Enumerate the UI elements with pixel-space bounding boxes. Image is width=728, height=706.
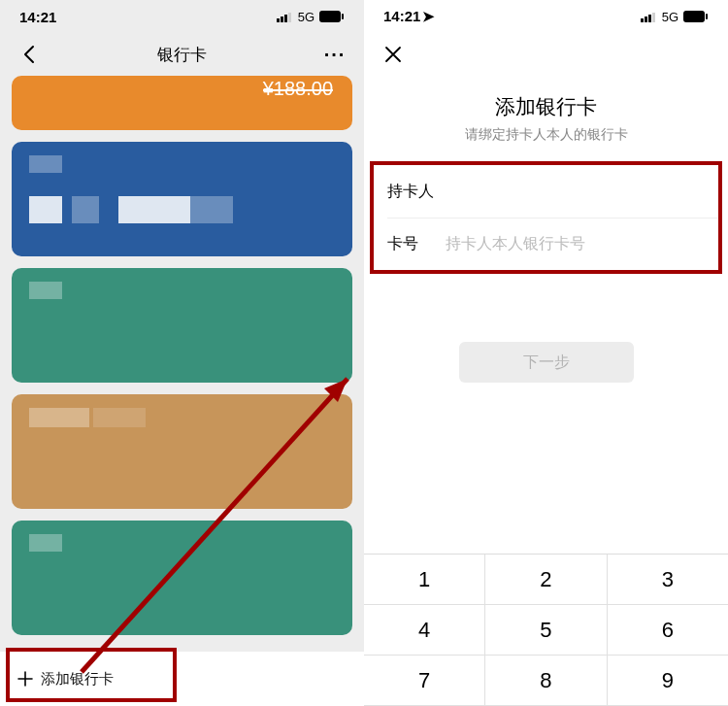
keypad-key-9[interactable]: 9	[608, 656, 728, 706]
bank-card-item[interactable]	[12, 521, 352, 635]
bank-card-item[interactable]	[12, 268, 352, 383]
cardnumber-label: 卡号	[387, 234, 446, 254]
close-button[interactable]	[374, 35, 413, 74]
bank-card-item[interactable]	[12, 394, 352, 509]
next-button[interactable]: 下一步	[459, 342, 634, 383]
chevron-left-icon	[23, 45, 35, 64]
cardnumber-row[interactable]: 卡号	[374, 218, 718, 270]
svg-rect-4	[319, 11, 341, 22]
svg-rect-2	[284, 15, 287, 22]
signal-icon	[277, 12, 293, 22]
svg-rect-13	[706, 14, 708, 19]
status-bar: 14:21 5G	[0, 0, 364, 33]
svg-rect-1	[281, 17, 283, 22]
nav-bar: 银行卡 ···	[0, 33, 364, 76]
back-button[interactable]	[10, 35, 49, 74]
svg-rect-3	[288, 13, 291, 22]
status-time: 14:21➤	[383, 8, 435, 25]
status-bar: 14:21➤ 5G	[364, 0, 728, 33]
svg-rect-0	[277, 18, 280, 22]
battery-icon	[319, 11, 345, 22]
keypad-key-4[interactable]: 4	[364, 605, 485, 656]
keypad-key-5[interactable]: 5	[485, 605, 607, 656]
status-indicators: 5G	[641, 10, 709, 24]
plus-icon	[17, 671, 33, 687]
svg-rect-5	[342, 14, 344, 19]
cardnumber-input[interactable]	[446, 235, 705, 252]
close-icon	[384, 46, 402, 63]
svg-rect-12	[683, 11, 705, 22]
battery-icon	[683, 11, 709, 22]
keypad-key-1[interactable]: 1	[364, 555, 485, 605]
svg-rect-10	[648, 15, 651, 22]
network-label: 5G	[298, 10, 314, 24]
card-list[interactable]: ¥188.00	[0, 76, 364, 706]
more-button[interactable]: ···	[315, 35, 354, 74]
svg-rect-11	[652, 13, 655, 22]
form-title: 添加银行卡	[364, 93, 728, 120]
keypad-key-3[interactable]: 3	[608, 555, 728, 605]
nav-bar	[364, 33, 728, 76]
screen-add-card: 14:21➤ 5G 添加银行卡 请绑定持卡人本人的银行卡 持卡人 卡号	[364, 0, 728, 706]
add-card-label: 添加银行卡	[41, 670, 114, 689]
cardholder-row[interactable]: 持卡人	[374, 165, 718, 218]
cardholder-input[interactable]	[446, 183, 705, 200]
page-title: 银行卡	[157, 44, 207, 66]
form-header: 添加银行卡 请绑定持卡人本人的银行卡	[364, 93, 728, 144]
cardholder-label: 持卡人	[387, 182, 446, 202]
keypad-key-8[interactable]: 8	[485, 656, 607, 706]
network-label: 5G	[662, 10, 678, 24]
card-balance: ¥188.00	[263, 78, 333, 99]
bank-card-item[interactable]	[12, 142, 352, 256]
numeric-keypad: 1 2 3 4 5 6 7 8 9	[364, 554, 728, 706]
status-time: 14:21	[19, 9, 56, 25]
add-card-button[interactable]: 添加银行卡	[0, 652, 364, 706]
form: 持卡人 卡号	[364, 161, 728, 274]
keypad-key-6[interactable]: 6	[608, 605, 728, 656]
svg-rect-9	[645, 17, 647, 22]
bank-card-item[interactable]: ¥188.00	[12, 76, 352, 130]
signal-icon	[641, 12, 657, 22]
keypad-key-2[interactable]: 2	[485, 555, 607, 605]
keypad-key-7[interactable]: 7	[364, 656, 485, 706]
form-subtitle: 请绑定持卡人本人的银行卡	[364, 126, 728, 144]
annotation-highlight-box: 持卡人 卡号	[370, 161, 722, 274]
screen-bank-cards: 14:21 5G 银行卡 ··· ¥188.00	[0, 0, 364, 706]
status-indicators: 5G	[277, 10, 345, 24]
location-icon: ➤	[422, 8, 435, 25]
svg-rect-8	[641, 18, 644, 22]
